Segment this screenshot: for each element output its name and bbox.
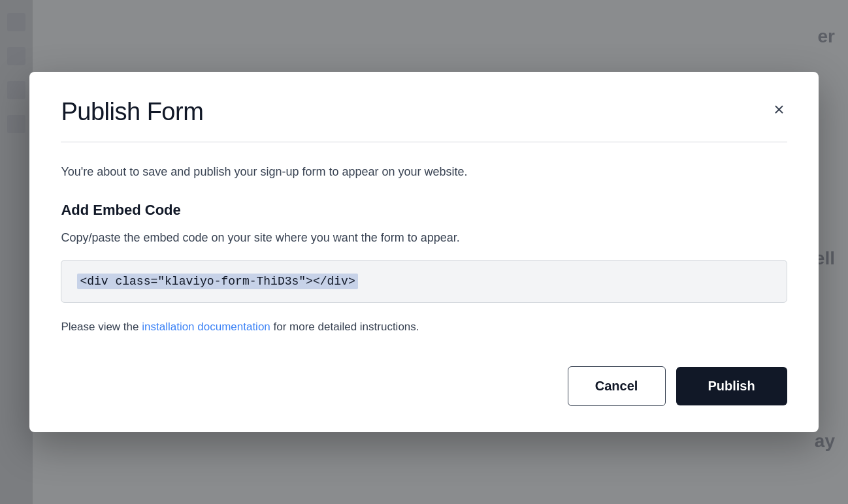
close-button[interactable]: × bbox=[771, 98, 787, 121]
publish-form-modal: Publish Form × You're about to save and … bbox=[29, 72, 818, 433]
publish-button[interactable]: Publish bbox=[676, 367, 787, 405]
modal-header: Publish Form × bbox=[61, 98, 787, 126]
description-text: You're about to save and publish your si… bbox=[61, 163, 787, 181]
embed-code-value[interactable]: <div class="klaviyo-form-ThiD3s"></div> bbox=[77, 274, 357, 289]
install-note-after: for more detailed instructions. bbox=[270, 321, 419, 333]
install-note: Please view the installation documentati… bbox=[61, 319, 787, 336]
header-divider bbox=[61, 142, 787, 142]
cancel-button[interactable]: Cancel bbox=[568, 366, 666, 406]
modal-overlay: Publish Form × You're about to save and … bbox=[0, 0, 848, 504]
embed-section-heading: Add Embed Code bbox=[61, 202, 787, 219]
installation-documentation-link[interactable]: installation documentation bbox=[142, 321, 270, 333]
modal-footer: Cancel Publish bbox=[61, 366, 787, 406]
embed-code-box: <div class="klaviyo-form-ThiD3s"></div> bbox=[61, 260, 787, 303]
modal-title: Publish Form bbox=[61, 98, 203, 126]
install-note-before: Please view the bbox=[61, 321, 142, 333]
embed-instruction: Copy/paste the embed code on your site w… bbox=[61, 229, 787, 247]
